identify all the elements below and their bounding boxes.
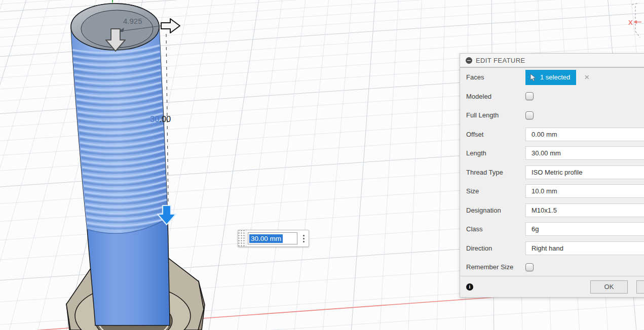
row-remember-size: Remember Size — [460, 258, 644, 277]
row-class: Class 6g — [460, 220, 644, 239]
drag-handle-icon[interactable] — [238, 230, 246, 246]
row-size: Size 10.0 mm — [460, 182, 644, 201]
ok-button[interactable]: OK — [590, 280, 628, 294]
length-label: Length — [466, 149, 525, 157]
dimension-input[interactable]: 30.00 mm — [248, 232, 297, 244]
thread-type-select[interactable]: ISO Metric profile — [525, 166, 644, 179]
faces-selected-count: 1 selected — [540, 73, 570, 81]
dimension-input-selected-text[interactable]: 30.00 mm — [249, 234, 283, 243]
direction-label: Direction — [466, 244, 525, 252]
class-label: Class — [466, 225, 525, 233]
designation-label: Designation — [466, 207, 525, 214]
faces-label: Faces — [466, 73, 525, 81]
row-modeled: Modeled — [460, 87, 644, 106]
designation-select[interactable]: M10x1.5 — [525, 203, 644, 217]
kebab-menu-icon[interactable] — [299, 230, 309, 246]
direction-select[interactable]: Right hand — [525, 241, 644, 255]
thread-type-label: Thread Type — [466, 169, 525, 176]
viewcube-outline[interactable] — [632, 3, 640, 37]
class-select[interactable]: 6g — [525, 222, 644, 236]
dialog-header: EDIT FEATURE — [460, 54, 644, 68]
full-length-label: Full Length — [466, 111, 525, 119]
row-length: Length 30.00 mm — [460, 144, 644, 163]
row-full-length: Full Length — [460, 106, 644, 125]
fusion-viewport: { "viewport": { "dim_radius": "4.925", "… — [0, 0, 644, 330]
full-length-checkbox[interactable] — [525, 111, 534, 119]
size-select[interactable]: 10.0 mm — [525, 184, 644, 198]
offset-field[interactable]: 0.00 mm — [525, 128, 644, 141]
offset-label: Offset — [466, 131, 525, 138]
row-thread-type: Thread Type ISO Metric profile — [460, 163, 644, 182]
remember-size-checkbox[interactable] — [525, 263, 534, 271]
length-field[interactable]: 30.00 mm — [525, 146, 644, 160]
modeled-checkbox[interactable] — [525, 92, 534, 100]
x-axis-indicator[interactable]: X — [628, 19, 641, 26]
clear-selection-icon[interactable]: × — [584, 73, 589, 81]
size-label: Size — [466, 187, 525, 195]
svg-text:X: X — [628, 19, 633, 26]
dialog-footer: i OK Cancel — [460, 276, 644, 297]
collapse-icon[interactable] — [466, 57, 472, 64]
cancel-button[interactable]: Cancel — [636, 280, 644, 294]
row-faces: Faces 1 selected × — [460, 68, 644, 87]
info-icon[interactable]: i — [466, 283, 473, 291]
cursor-icon — [530, 73, 537, 81]
edit-feature-dialog: EDIT FEATURE Faces 1 selected × Modeled … — [460, 53, 644, 298]
row-designation: Designation M10x1.5 — [460, 201, 644, 220]
faces-selection-button[interactable]: 1 selected — [525, 70, 576, 85]
dialog-title: EDIT FEATURE — [476, 57, 525, 64]
remember-size-label: Remember Size — [466, 263, 525, 271]
inline-dimension-widget[interactable]: 30.00 mm — [238, 230, 309, 247]
row-offset: Offset 0.00 mm — [460, 125, 644, 144]
modeled-label: Modeled — [466, 93, 525, 100]
row-direction: Direction Right hand — [460, 239, 644, 258]
